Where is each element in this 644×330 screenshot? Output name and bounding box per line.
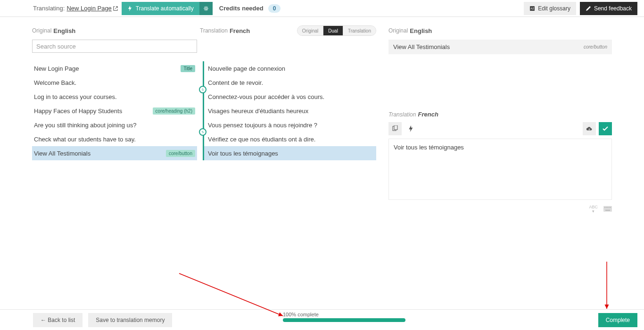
translation-row[interactable]: Content de te revoir.	[204, 75, 376, 90]
svg-rect-4	[394, 125, 397, 130]
detail-source-text: View All Testimonials	[393, 43, 450, 50]
credits-badge: 0	[268, 4, 281, 13]
translation-row[interactable]: Vérifiez ce que nos étudiants ont à dire…	[204, 132, 376, 146]
copy-icon	[392, 125, 398, 132]
source-row[interactable]: Happy Faces of Happy Studentscore/headin…	[32, 104, 197, 118]
page-link-text: New Login Page	[66, 5, 111, 12]
edit-glossary-button[interactable]: AZ Edit glossary	[524, 2, 576, 15]
cloud-icon	[586, 125, 593, 132]
translation-textarea[interactable]	[388, 139, 612, 200]
save-memory-button[interactable]: Save to translation memory	[88, 313, 172, 327]
editor-footer-icons: ABC▾	[388, 205, 612, 214]
top-bar: Translating: New Login Page Translate au…	[0, 0, 644, 17]
toggle-translation[interactable]: Translation	[343, 26, 376, 35]
copy-source-button[interactable]	[388, 122, 402, 135]
source-text: Welcome Back.	[34, 79, 197, 86]
source-row[interactable]: Welcome Back.	[32, 75, 197, 90]
translation-row[interactable]: Voir tous les témoignages	[204, 146, 376, 160]
search-input[interactable]	[32, 40, 197, 53]
auto-translate-button[interactable]	[405, 122, 418, 135]
edit-glossary-label: Edit glossary	[538, 5, 570, 12]
footer-bar: ← Back to list Save to translation memor…	[0, 309, 644, 330]
bolt-icon	[408, 125, 414, 132]
row-tag: core/heading (h2)	[153, 107, 195, 115]
check-icon	[602, 125, 609, 132]
settings-button[interactable]	[199, 2, 213, 15]
original-label: Original	[32, 27, 51, 34]
svg-rect-11	[605, 210, 610, 211]
toggle-dual[interactable]: Dual	[323, 26, 343, 35]
translation-text: Vous pensez toujours à nous rejoindre ?	[208, 122, 376, 129]
confirm-button[interactable]	[599, 122, 612, 135]
svg-rect-8	[607, 207, 608, 208]
detail-original-label: Original	[388, 27, 408, 34]
svg-text:AZ: AZ	[530, 7, 534, 10]
send-feedback-button[interactable]: Send feedback	[580, 2, 637, 15]
translation-text: Nouvelle page de connexion	[208, 65, 376, 72]
detail-source-block: View All Testimonials core/button	[388, 40, 612, 54]
translation-row[interactable]: Vous pensez toujours à nous rejoindre ?	[204, 118, 376, 132]
send-feedback-label: Send feedback	[594, 5, 632, 12]
translation-text: Voir tous les témoignages	[208, 150, 376, 157]
progress-label: 100% complete	[283, 312, 405, 317]
complete-button[interactable]: Complete	[598, 313, 637, 327]
translation-text: Visages heureux d'étudiants heureux	[208, 107, 376, 115]
progress-bar	[283, 318, 405, 322]
translation-row[interactable]: Visages heureux d'étudiants heureux	[204, 104, 376, 118]
translation-row[interactable]: Nouvelle page de connexion	[204, 61, 376, 75]
svg-rect-7	[606, 207, 607, 208]
gear-icon	[203, 6, 209, 11]
back-to-list-button[interactable]: ← Back to list	[33, 313, 83, 327]
credits-label: Credits needed	[219, 5, 264, 12]
source-text: Log in to access your courses.	[34, 93, 197, 100]
external-link-icon	[113, 6, 118, 11]
source-row[interactable]: New Login PageTitle	[32, 61, 197, 75]
glossary-icon: AZ	[529, 6, 535, 11]
translate-automatically-button[interactable]: Translate automatically	[122, 2, 199, 15]
source-row[interactable]: Log in to access your courses.	[32, 90, 197, 104]
translation-row[interactable]: Connectez-vous pour accéder à vos cours.	[204, 90, 376, 104]
source-row[interactable]: View All Testimonialscore/button	[32, 146, 197, 160]
row-tag: core/button	[166, 150, 195, 157]
source-text: Check what our students have to say.	[34, 136, 197, 143]
svg-rect-5	[603, 206, 612, 212]
progress-wrap: 100% complete	[283, 312, 405, 322]
svg-point-0	[205, 8, 207, 9]
keyboard-icon[interactable]	[603, 206, 612, 213]
translation-column: Translation French Original Dual Transla…	[199, 25, 378, 214]
annotation-arrow-complete	[600, 259, 614, 316]
page-link[interactable]: New Login Page	[66, 5, 117, 12]
translation-lang: French	[230, 27, 250, 34]
detail-translation-lang: French	[418, 111, 438, 118]
toggle-original[interactable]: Original	[297, 26, 323, 35]
main-content: Original English New Login PageTitleWelc…	[0, 17, 644, 214]
cloud-download-button[interactable]	[583, 122, 596, 135]
translating-label: Translating:	[33, 5, 65, 12]
original-lang: English	[53, 27, 75, 34]
detail-original-lang: English	[410, 27, 432, 34]
source-column: Original English New Login PageTitleWelc…	[4, 25, 199, 214]
translation-label: Translation	[200, 27, 228, 34]
source-text: New Login Page	[34, 65, 181, 72]
source-row[interactable]: Check what our students have to say.	[32, 132, 197, 146]
svg-rect-9	[609, 207, 610, 208]
bolt-icon	[127, 6, 133, 11]
svg-rect-6	[604, 207, 605, 208]
translation-text: Content de te revoir.	[208, 79, 376, 86]
pencil-icon	[586, 6, 591, 11]
source-text: Happy Faces of Happy Students	[34, 107, 153, 115]
translation-text: Vérifiez ce que nos étudiants ont à dire…	[208, 136, 376, 143]
row-tag: Title	[181, 65, 195, 72]
detail-panel: Original English View All Testimonials c…	[378, 25, 640, 214]
view-toggle: Original Dual Translation	[297, 25, 376, 36]
translation-text: Connectez-vous pour accéder à vos cours.	[208, 93, 376, 100]
svg-rect-10	[610, 207, 611, 208]
source-text: Are you still thinking about joining us?	[34, 122, 197, 129]
translate-automatically-label: Translate automatically	[136, 5, 194, 12]
source-text: View All Testimonials	[34, 150, 166, 157]
spellcheck-icon[interactable]: ABC▾	[589, 205, 598, 214]
source-row[interactable]: Are you still thinking about joining us?	[32, 118, 197, 132]
detail-source-badge: core/button	[584, 44, 607, 50]
detail-translation-label: Translation	[388, 111, 416, 118]
